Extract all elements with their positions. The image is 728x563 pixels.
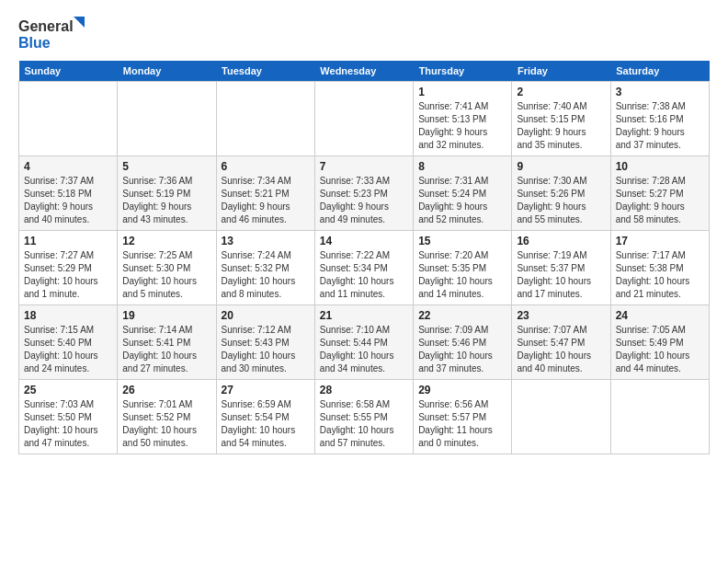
day-number: 15 <box>418 235 506 247</box>
day-info: Sunrise: 7:03 AMSunset: 5:50 PMDaylight:… <box>24 398 112 450</box>
day-info: Sunrise: 7:28 AMSunset: 5:27 PMDaylight:… <box>616 175 704 226</box>
day-info: Sunrise: 7:07 AMSunset: 5:47 PMDaylight:… <box>517 324 605 375</box>
calendar-cell: 9Sunrise: 7:30 AMSunset: 5:26 PMDaylight… <box>512 156 610 231</box>
day-info: Sunrise: 7:19 AMSunset: 5:37 PMDaylight:… <box>517 249 605 301</box>
day-info: Sunrise: 7:33 AMSunset: 5:23 PMDaylight:… <box>320 175 408 226</box>
day-info: Sunrise: 7:14 AMSunset: 5:41 PMDaylight:… <box>122 324 210 375</box>
day-info: Sunrise: 7:40 AMSunset: 5:15 PMDaylight:… <box>517 100 605 152</box>
calendar-cell: 29Sunrise: 6:56 AMSunset: 5:57 PMDayligh… <box>414 380 512 454</box>
day-number: 9 <box>517 160 605 173</box>
day-number: 3 <box>616 86 704 98</box>
day-header-tuesday: Tuesday <box>216 61 314 82</box>
day-header-sunday: Sunday <box>19 61 118 82</box>
calendar-cell <box>314 82 413 156</box>
day-info: Sunrise: 7:41 AMSunset: 5:13 PMDaylight:… <box>418 100 506 152</box>
svg-text:Blue: Blue <box>18 35 51 51</box>
day-number: 23 <box>517 309 605 322</box>
day-info: Sunrise: 7:20 AMSunset: 5:35 PMDaylight:… <box>418 249 506 301</box>
calendar-cell: 12Sunrise: 7:25 AMSunset: 5:30 PMDayligh… <box>118 231 216 305</box>
calendar-cell: 5Sunrise: 7:36 AMSunset: 5:19 PMDaylight… <box>118 156 216 231</box>
week-row-4: 25Sunrise: 7:03 AMSunset: 5:50 PMDayligh… <box>19 380 710 454</box>
day-info: Sunrise: 6:59 AMSunset: 5:54 PMDaylight:… <box>222 398 310 450</box>
day-info: Sunrise: 6:58 AMSunset: 5:55 PMDaylight:… <box>320 398 408 450</box>
day-info: Sunrise: 7:34 AMSunset: 5:21 PMDaylight:… <box>222 175 310 226</box>
calendar-cell <box>216 82 314 156</box>
day-info: Sunrise: 7:17 AMSunset: 5:38 PMDaylight:… <box>616 249 704 301</box>
day-number: 18 <box>24 309 112 322</box>
day-number: 16 <box>517 235 605 247</box>
day-info: Sunrise: 7:25 AMSunset: 5:30 PMDaylight:… <box>122 249 210 301</box>
calendar-cell: 4Sunrise: 7:37 AMSunset: 5:18 PMDaylight… <box>19 156 118 231</box>
calendar-cell: 25Sunrise: 7:03 AMSunset: 5:50 PMDayligh… <box>19 380 118 454</box>
calendar-cell: 27Sunrise: 6:59 AMSunset: 5:54 PMDayligh… <box>216 380 314 454</box>
calendar-cell: 23Sunrise: 7:07 AMSunset: 5:47 PMDayligh… <box>512 305 610 380</box>
day-number: 21 <box>320 309 408 322</box>
day-info: Sunrise: 7:27 AMSunset: 5:29 PMDaylight:… <box>24 249 112 301</box>
svg-text:General: General <box>18 18 74 34</box>
day-header-wednesday: Wednesday <box>314 61 413 82</box>
day-number: 19 <box>122 309 210 322</box>
day-number: 5 <box>122 160 210 173</box>
day-number: 26 <box>122 384 210 396</box>
calendar-cell: 22Sunrise: 7:09 AMSunset: 5:46 PMDayligh… <box>414 305 512 380</box>
calendar-cell: 17Sunrise: 7:17 AMSunset: 5:38 PMDayligh… <box>610 231 709 305</box>
day-number: 20 <box>222 309 310 322</box>
calendar-cell: 14Sunrise: 7:22 AMSunset: 5:34 PMDayligh… <box>314 231 413 305</box>
day-info: Sunrise: 7:22 AMSunset: 5:34 PMDaylight:… <box>320 249 408 301</box>
calendar-cell <box>19 82 118 156</box>
day-info: Sunrise: 7:10 AMSunset: 5:44 PMDaylight:… <box>320 324 408 375</box>
week-row-3: 18Sunrise: 7:15 AMSunset: 5:40 PMDayligh… <box>19 305 710 380</box>
calendar-cell: 1Sunrise: 7:41 AMSunset: 5:13 PMDaylight… <box>414 82 512 156</box>
day-header-friday: Friday <box>512 61 610 82</box>
day-info: Sunrise: 7:31 AMSunset: 5:24 PMDaylight:… <box>418 175 506 226</box>
day-number: 27 <box>222 384 310 396</box>
calendar-cell: 24Sunrise: 7:05 AMSunset: 5:49 PMDayligh… <box>610 305 709 380</box>
day-header-thursday: Thursday <box>414 61 512 82</box>
calendar-cell <box>118 82 216 156</box>
calendar-cell: 2Sunrise: 7:40 AMSunset: 5:15 PMDaylight… <box>512 82 610 156</box>
logo-svg: GeneralBlue <box>18 15 92 52</box>
day-info: Sunrise: 7:37 AMSunset: 5:18 PMDaylight:… <box>24 175 112 226</box>
calendar-cell: 3Sunrise: 7:38 AMSunset: 5:16 PMDaylight… <box>610 82 709 156</box>
day-number: 28 <box>320 384 408 396</box>
day-number: 6 <box>222 160 310 173</box>
day-info: Sunrise: 7:24 AMSunset: 5:32 PMDaylight:… <box>222 249 310 301</box>
day-header-saturday: Saturday <box>610 61 709 82</box>
day-number: 4 <box>24 160 112 173</box>
calendar-cell: 19Sunrise: 7:14 AMSunset: 5:41 PMDayligh… <box>118 305 216 380</box>
day-info: Sunrise: 6:56 AMSunset: 5:57 PMDaylight:… <box>418 398 506 450</box>
day-number: 2 <box>517 86 605 98</box>
calendar-cell: 6Sunrise: 7:34 AMSunset: 5:21 PMDaylight… <box>216 156 314 231</box>
day-number: 10 <box>616 160 704 173</box>
day-number: 14 <box>320 235 408 247</box>
day-info: Sunrise: 7:05 AMSunset: 5:49 PMDaylight:… <box>616 324 704 375</box>
day-number: 1 <box>418 86 506 98</box>
day-number: 29 <box>418 384 506 396</box>
day-number: 12 <box>122 235 210 247</box>
day-number: 8 <box>418 160 506 173</box>
calendar-cell: 11Sunrise: 7:27 AMSunset: 5:29 PMDayligh… <box>19 231 118 305</box>
calendar-cell <box>610 380 709 454</box>
day-header-monday: Monday <box>118 61 216 82</box>
day-info: Sunrise: 7:30 AMSunset: 5:26 PMDaylight:… <box>517 175 605 226</box>
day-number: 17 <box>616 235 704 247</box>
header: GeneralBlue <box>18 15 710 52</box>
day-number: 7 <box>320 160 408 173</box>
calendar-cell: 15Sunrise: 7:20 AMSunset: 5:35 PMDayligh… <box>414 231 512 305</box>
logo: GeneralBlue <box>18 15 92 52</box>
day-number: 11 <box>24 235 112 247</box>
calendar-cell: 7Sunrise: 7:33 AMSunset: 5:23 PMDaylight… <box>314 156 413 231</box>
days-header-row: SundayMondayTuesdayWednesdayThursdayFrid… <box>19 61 710 82</box>
day-info: Sunrise: 7:12 AMSunset: 5:43 PMDaylight:… <box>222 324 310 375</box>
calendar-cell: 13Sunrise: 7:24 AMSunset: 5:32 PMDayligh… <box>216 231 314 305</box>
calendar-cell: 20Sunrise: 7:12 AMSunset: 5:43 PMDayligh… <box>216 305 314 380</box>
calendar-cell: 21Sunrise: 7:10 AMSunset: 5:44 PMDayligh… <box>314 305 413 380</box>
day-number: 22 <box>418 309 506 322</box>
week-row-0: 1Sunrise: 7:41 AMSunset: 5:13 PMDaylight… <box>19 82 710 156</box>
day-number: 24 <box>616 309 704 322</box>
calendar-cell: 28Sunrise: 6:58 AMSunset: 5:55 PMDayligh… <box>314 380 413 454</box>
week-row-1: 4Sunrise: 7:37 AMSunset: 5:18 PMDaylight… <box>19 156 710 231</box>
day-info: Sunrise: 7:09 AMSunset: 5:46 PMDaylight:… <box>418 324 506 375</box>
day-info: Sunrise: 7:38 AMSunset: 5:16 PMDaylight:… <box>616 100 704 152</box>
day-number: 25 <box>24 384 112 396</box>
